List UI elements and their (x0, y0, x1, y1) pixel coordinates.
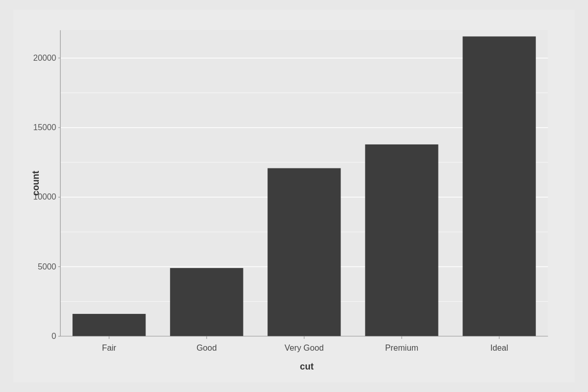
svg-text:20000: 20000 (33, 53, 56, 62)
chart-svg: 05000100001500020000FairGoodVery GoodPre… (54, 25, 559, 341)
svg-text:Fair: Fair (102, 343, 117, 352)
svg-text:Premium: Premium (385, 343, 418, 352)
svg-rect-23 (170, 268, 243, 336)
svg-text:0: 0 (52, 331, 56, 340)
svg-rect-32 (462, 36, 535, 336)
chart-area: count 05000100001500020000FairGoodVery G… (54, 25, 559, 341)
svg-text:Good: Good (197, 343, 217, 352)
x-axis-label: cut (300, 361, 314, 372)
svg-rect-26 (267, 168, 340, 336)
svg-rect-29 (365, 144, 438, 336)
svg-rect-20 (72, 314, 145, 336)
svg-text:5000: 5000 (38, 262, 56, 271)
svg-text:Very Good: Very Good (285, 343, 324, 352)
svg-text:Ideal: Ideal (490, 343, 508, 352)
chart-container: count 05000100001500020000FairGoodVery G… (13, 10, 575, 382)
y-axis-label: count (31, 171, 41, 196)
svg-text:15000: 15000 (33, 122, 56, 132)
